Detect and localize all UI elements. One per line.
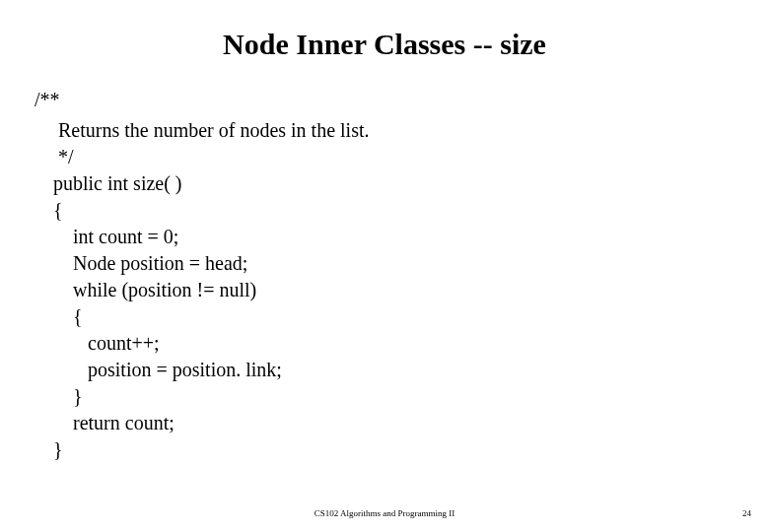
code-line: while (position != null)	[53, 277, 730, 303]
slide: Node Inner Classes -- size /** Returns t…	[0, 0, 769, 532]
code-line: position = position. link;	[53, 357, 730, 383]
code-line: {	[53, 197, 730, 224]
code-line: */	[53, 144, 730, 170]
code-line: int count = 0;	[53, 224, 730, 250]
code-line: }	[53, 383, 730, 410]
code-comment-open: /**	[35, 89, 730, 111]
code-line: {	[53, 303, 730, 330]
page-title: Node Inner Classes -- size	[39, 28, 730, 61]
code-line: return count;	[53, 410, 730, 436]
code-line: count++;	[53, 330, 730, 357]
page-number: 24	[742, 508, 751, 518]
footer-text: CS102 Algorithms and Programming II	[0, 508, 769, 518]
code-line: }	[53, 436, 730, 463]
code-line: Returns the number of nodes in the list.	[53, 117, 730, 144]
code-line: public int size( )	[53, 170, 730, 197]
code-block: Returns the number of nodes in the list.…	[53, 117, 730, 463]
code-line: Node position = head;	[53, 250, 730, 277]
